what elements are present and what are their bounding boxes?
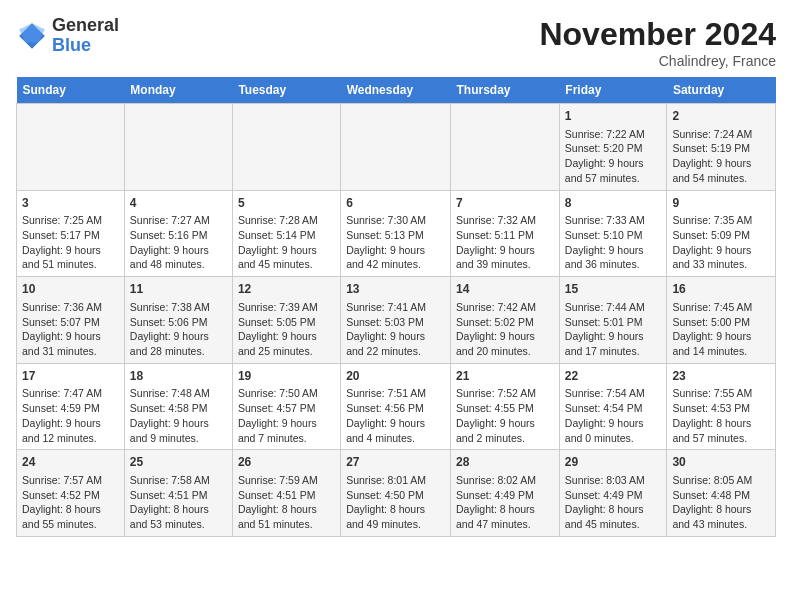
logo: General Blue xyxy=(16,16,119,56)
day-number: 13 xyxy=(346,281,445,298)
month-title: November 2024 xyxy=(539,16,776,53)
header-day-monday: Monday xyxy=(124,77,232,104)
day-info: Sunrise: 7:50 AM Sunset: 4:57 PM Dayligh… xyxy=(238,386,335,445)
day-cell: 4Sunrise: 7:27 AM Sunset: 5:16 PM Daylig… xyxy=(124,190,232,277)
day-number: 27 xyxy=(346,454,445,471)
day-number: 29 xyxy=(565,454,662,471)
location: Chalindrey, France xyxy=(539,53,776,69)
calendar-header: SundayMondayTuesdayWednesdayThursdayFrid… xyxy=(17,77,776,104)
day-info: Sunrise: 7:45 AM Sunset: 5:00 PM Dayligh… xyxy=(672,300,770,359)
day-number: 1 xyxy=(565,108,662,125)
day-cell: 16Sunrise: 7:45 AM Sunset: 5:00 PM Dayli… xyxy=(667,277,776,364)
day-number: 17 xyxy=(22,368,119,385)
day-info: Sunrise: 7:44 AM Sunset: 5:01 PM Dayligh… xyxy=(565,300,662,359)
day-cell xyxy=(341,104,451,191)
header-day-saturday: Saturday xyxy=(667,77,776,104)
header-row: SundayMondayTuesdayWednesdayThursdayFrid… xyxy=(17,77,776,104)
day-number: 4 xyxy=(130,195,227,212)
page-header: General Blue November 2024 Chalindrey, F… xyxy=(16,16,776,69)
day-cell: 22Sunrise: 7:54 AM Sunset: 4:54 PM Dayli… xyxy=(559,363,667,450)
day-cell: 7Sunrise: 7:32 AM Sunset: 5:11 PM Daylig… xyxy=(451,190,560,277)
day-number: 23 xyxy=(672,368,770,385)
day-number: 20 xyxy=(346,368,445,385)
calendar-table: SundayMondayTuesdayWednesdayThursdayFrid… xyxy=(16,77,776,537)
calendar-body: 1Sunrise: 7:22 AM Sunset: 5:20 PM Daylig… xyxy=(17,104,776,537)
day-info: Sunrise: 7:38 AM Sunset: 5:06 PM Dayligh… xyxy=(130,300,227,359)
day-cell xyxy=(232,104,340,191)
day-cell xyxy=(451,104,560,191)
day-cell: 6Sunrise: 7:30 AM Sunset: 5:13 PM Daylig… xyxy=(341,190,451,277)
day-info: Sunrise: 7:58 AM Sunset: 4:51 PM Dayligh… xyxy=(130,473,227,532)
day-number: 25 xyxy=(130,454,227,471)
day-cell: 12Sunrise: 7:39 AM Sunset: 5:05 PM Dayli… xyxy=(232,277,340,364)
day-info: Sunrise: 7:39 AM Sunset: 5:05 PM Dayligh… xyxy=(238,300,335,359)
day-info: Sunrise: 7:42 AM Sunset: 5:02 PM Dayligh… xyxy=(456,300,554,359)
day-info: Sunrise: 7:30 AM Sunset: 5:13 PM Dayligh… xyxy=(346,213,445,272)
header-day-friday: Friday xyxy=(559,77,667,104)
day-info: Sunrise: 7:47 AM Sunset: 4:59 PM Dayligh… xyxy=(22,386,119,445)
day-info: Sunrise: 7:41 AM Sunset: 5:03 PM Dayligh… xyxy=(346,300,445,359)
day-cell: 15Sunrise: 7:44 AM Sunset: 5:01 PM Dayli… xyxy=(559,277,667,364)
day-number: 7 xyxy=(456,195,554,212)
day-info: Sunrise: 7:59 AM Sunset: 4:51 PM Dayligh… xyxy=(238,473,335,532)
logo-icon xyxy=(16,20,48,52)
day-number: 11 xyxy=(130,281,227,298)
day-info: Sunrise: 7:36 AM Sunset: 5:07 PM Dayligh… xyxy=(22,300,119,359)
day-info: Sunrise: 8:01 AM Sunset: 4:50 PM Dayligh… xyxy=(346,473,445,532)
day-cell: 10Sunrise: 7:36 AM Sunset: 5:07 PM Dayli… xyxy=(17,277,125,364)
title-block: November 2024 Chalindrey, France xyxy=(539,16,776,69)
day-cell: 30Sunrise: 8:05 AM Sunset: 4:48 PM Dayli… xyxy=(667,450,776,537)
week-row-1: 3Sunrise: 7:25 AM Sunset: 5:17 PM Daylig… xyxy=(17,190,776,277)
week-row-3: 17Sunrise: 7:47 AM Sunset: 4:59 PM Dayli… xyxy=(17,363,776,450)
day-info: Sunrise: 8:02 AM Sunset: 4:49 PM Dayligh… xyxy=(456,473,554,532)
day-info: Sunrise: 7:24 AM Sunset: 5:19 PM Dayligh… xyxy=(672,127,770,186)
day-info: Sunrise: 7:54 AM Sunset: 4:54 PM Dayligh… xyxy=(565,386,662,445)
day-number: 22 xyxy=(565,368,662,385)
day-info: Sunrise: 7:57 AM Sunset: 4:52 PM Dayligh… xyxy=(22,473,119,532)
day-cell: 23Sunrise: 7:55 AM Sunset: 4:53 PM Dayli… xyxy=(667,363,776,450)
header-day-wednesday: Wednesday xyxy=(341,77,451,104)
day-number: 21 xyxy=(456,368,554,385)
day-info: Sunrise: 7:51 AM Sunset: 4:56 PM Dayligh… xyxy=(346,386,445,445)
day-info: Sunrise: 8:03 AM Sunset: 4:49 PM Dayligh… xyxy=(565,473,662,532)
day-cell: 8Sunrise: 7:33 AM Sunset: 5:10 PM Daylig… xyxy=(559,190,667,277)
day-cell: 17Sunrise: 7:47 AM Sunset: 4:59 PM Dayli… xyxy=(17,363,125,450)
day-cell: 9Sunrise: 7:35 AM Sunset: 5:09 PM Daylig… xyxy=(667,190,776,277)
day-number: 10 xyxy=(22,281,119,298)
week-row-4: 24Sunrise: 7:57 AM Sunset: 4:52 PM Dayli… xyxy=(17,450,776,537)
day-info: Sunrise: 7:48 AM Sunset: 4:58 PM Dayligh… xyxy=(130,386,227,445)
day-cell: 5Sunrise: 7:28 AM Sunset: 5:14 PM Daylig… xyxy=(232,190,340,277)
day-number: 6 xyxy=(346,195,445,212)
day-number: 18 xyxy=(130,368,227,385)
header-day-sunday: Sunday xyxy=(17,77,125,104)
day-cell: 20Sunrise: 7:51 AM Sunset: 4:56 PM Dayli… xyxy=(341,363,451,450)
day-cell: 13Sunrise: 7:41 AM Sunset: 5:03 PM Dayli… xyxy=(341,277,451,364)
day-number: 12 xyxy=(238,281,335,298)
day-cell xyxy=(124,104,232,191)
day-cell: 24Sunrise: 7:57 AM Sunset: 4:52 PM Dayli… xyxy=(17,450,125,537)
day-number: 26 xyxy=(238,454,335,471)
day-cell: 27Sunrise: 8:01 AM Sunset: 4:50 PM Dayli… xyxy=(341,450,451,537)
day-info: Sunrise: 7:33 AM Sunset: 5:10 PM Dayligh… xyxy=(565,213,662,272)
week-row-0: 1Sunrise: 7:22 AM Sunset: 5:20 PM Daylig… xyxy=(17,104,776,191)
day-cell: 18Sunrise: 7:48 AM Sunset: 4:58 PM Dayli… xyxy=(124,363,232,450)
day-info: Sunrise: 7:27 AM Sunset: 5:16 PM Dayligh… xyxy=(130,213,227,272)
day-number: 9 xyxy=(672,195,770,212)
day-info: Sunrise: 7:35 AM Sunset: 5:09 PM Dayligh… xyxy=(672,213,770,272)
day-info: Sunrise: 7:52 AM Sunset: 4:55 PM Dayligh… xyxy=(456,386,554,445)
day-number: 14 xyxy=(456,281,554,298)
header-day-tuesday: Tuesday xyxy=(232,77,340,104)
day-info: Sunrise: 7:22 AM Sunset: 5:20 PM Dayligh… xyxy=(565,127,662,186)
day-cell: 1Sunrise: 7:22 AM Sunset: 5:20 PM Daylig… xyxy=(559,104,667,191)
day-number: 19 xyxy=(238,368,335,385)
day-cell: 3Sunrise: 7:25 AM Sunset: 5:17 PM Daylig… xyxy=(17,190,125,277)
day-number: 3 xyxy=(22,195,119,212)
day-info: Sunrise: 7:32 AM Sunset: 5:11 PM Dayligh… xyxy=(456,213,554,272)
day-info: Sunrise: 7:28 AM Sunset: 5:14 PM Dayligh… xyxy=(238,213,335,272)
day-cell: 11Sunrise: 7:38 AM Sunset: 5:06 PM Dayli… xyxy=(124,277,232,364)
day-number: 28 xyxy=(456,454,554,471)
day-number: 2 xyxy=(672,108,770,125)
logo-text: General Blue xyxy=(52,16,119,56)
day-cell: 2Sunrise: 7:24 AM Sunset: 5:19 PM Daylig… xyxy=(667,104,776,191)
day-cell: 29Sunrise: 8:03 AM Sunset: 4:49 PM Dayli… xyxy=(559,450,667,537)
